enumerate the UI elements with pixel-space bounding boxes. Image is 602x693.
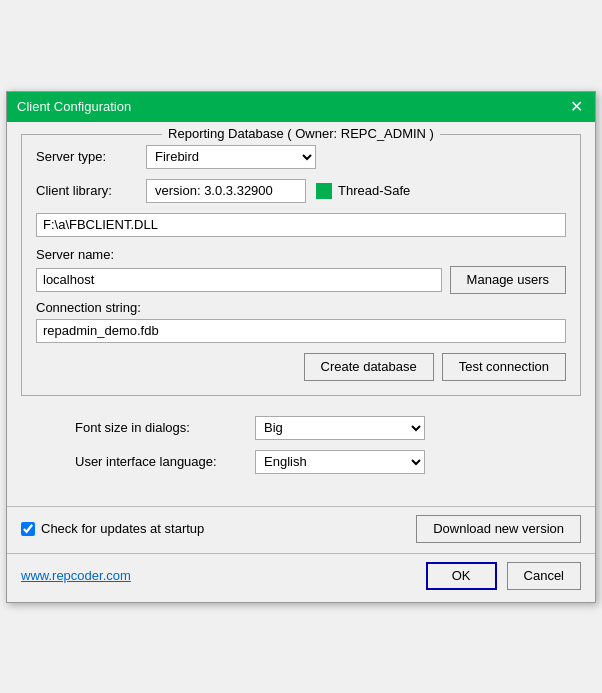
file-path-row bbox=[36, 213, 566, 237]
database-button-row: Create database Test connection bbox=[36, 353, 566, 381]
server-name-label-row: Server name: bbox=[36, 247, 566, 262]
thread-safe-label: Thread-Safe bbox=[338, 183, 410, 198]
window-title: Client Configuration bbox=[17, 99, 131, 114]
client-library-row: Client library: version: 3.0.3.32900 Thr… bbox=[36, 179, 566, 203]
settings-section: Font size in dialogs: Big User interface… bbox=[21, 410, 581, 494]
footer-section: www.repcoder.com OK Cancel bbox=[7, 554, 595, 602]
font-size-label: Font size in dialogs: bbox=[75, 420, 255, 435]
cancel-button[interactable]: Cancel bbox=[507, 562, 581, 590]
client-library-label: Client library: bbox=[36, 183, 146, 198]
create-database-button[interactable]: Create database bbox=[304, 353, 434, 381]
reporting-database-group: Reporting Database ( Owner: REPC_ADMIN )… bbox=[21, 134, 581, 396]
repcoder-link[interactable]: www.repcoder.com bbox=[21, 568, 416, 583]
ui-language-row: User interface language: English bbox=[35, 450, 567, 474]
font-size-row: Font size in dialogs: Big bbox=[35, 416, 567, 440]
ui-language-label: User interface language: bbox=[75, 454, 255, 469]
client-configuration-window: Client Configuration ✕ Reporting Databas… bbox=[6, 91, 596, 603]
server-type-row: Server type: Firebird bbox=[36, 145, 566, 169]
server-name-row: Manage users bbox=[36, 266, 566, 294]
bottom-section: Check for updates at startup Download ne… bbox=[7, 507, 595, 553]
download-new-version-button[interactable]: Download new version bbox=[416, 515, 581, 543]
server-name-input[interactable] bbox=[36, 268, 442, 292]
updates-checkbox[interactable] bbox=[21, 522, 35, 536]
version-badge: version: 3.0.3.32900 bbox=[146, 179, 306, 203]
test-connection-button[interactable]: Test connection bbox=[442, 353, 566, 381]
connection-string-label: Connection string: bbox=[36, 300, 141, 315]
updates-checkbox-label[interactable]: Check for updates at startup bbox=[21, 521, 416, 536]
file-path-input[interactable] bbox=[36, 213, 566, 237]
ok-button[interactable]: OK bbox=[426, 562, 497, 590]
server-type-select[interactable]: Firebird bbox=[146, 145, 316, 169]
window-body: Reporting Database ( Owner: REPC_ADMIN )… bbox=[7, 122, 595, 506]
ui-language-select[interactable]: English bbox=[255, 450, 425, 474]
server-type-label: Server type: bbox=[36, 149, 146, 164]
connection-string-label-row: Connection string: bbox=[36, 300, 566, 315]
version-text: version: 3.0.3.32900 bbox=[155, 183, 273, 198]
manage-users-button[interactable]: Manage users bbox=[450, 266, 566, 294]
title-bar: Client Configuration ✕ bbox=[7, 92, 595, 122]
close-button[interactable]: ✕ bbox=[567, 98, 585, 116]
group-box-legend: Reporting Database ( Owner: REPC_ADMIN ) bbox=[162, 126, 440, 141]
thread-safe-row: Thread-Safe bbox=[316, 183, 410, 199]
updates-label: Check for updates at startup bbox=[41, 521, 204, 536]
server-name-label: Server name: bbox=[36, 247, 114, 262]
font-size-select[interactable]: Big bbox=[255, 416, 425, 440]
thread-safe-indicator bbox=[316, 183, 332, 199]
connection-string-input[interactable] bbox=[36, 319, 566, 343]
